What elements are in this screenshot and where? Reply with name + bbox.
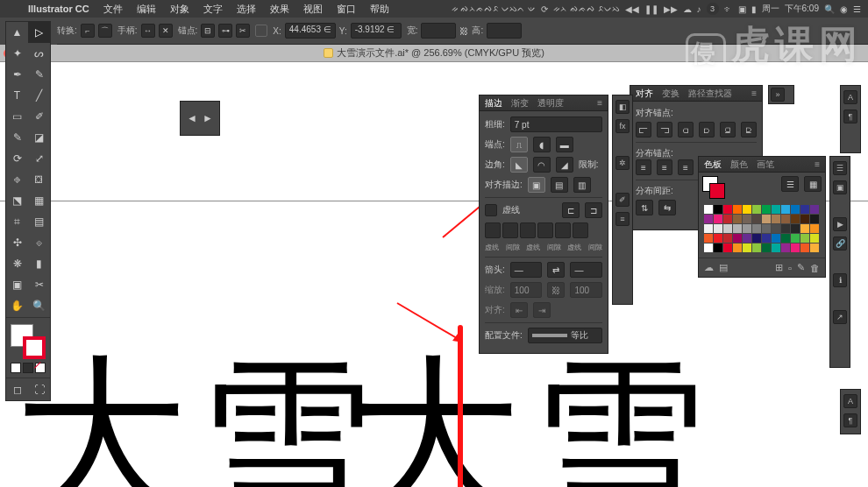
fill-stroke-indicator[interactable] xyxy=(11,324,46,359)
none-mode-icon[interactable] xyxy=(35,363,46,373)
scale-link-icon[interactable]: ⛓ xyxy=(547,282,565,298)
menu-effect[interactable]: 效果 xyxy=(263,3,296,16)
rotate-tool[interactable]: ⟳ xyxy=(6,148,28,169)
dash-align-icon[interactable]: ⊐ xyxy=(585,202,602,218)
app-name[interactable]: Illustrator CC xyxy=(21,4,96,14)
dock-ico-para2[interactable]: ¶ xyxy=(843,413,857,427)
type-tool[interactable]: T xyxy=(6,85,28,106)
swatch-list-icon[interactable]: ☰ xyxy=(781,176,799,192)
gap-1[interactable] xyxy=(502,222,518,238)
symbol-sprayer-tool[interactable]: ❋ xyxy=(6,253,28,274)
align-bottom-icon[interactable]: ⫒ xyxy=(741,122,757,138)
swatch-cell[interactable] xyxy=(800,205,809,214)
swatch-cell[interactable] xyxy=(714,205,722,214)
zoom-tool[interactable]: 🔍 xyxy=(28,295,50,316)
anchor-connect-icon[interactable]: ⊶ xyxy=(218,24,232,38)
dock-ico-collapse[interactable]: » xyxy=(771,88,785,102)
swatch-cell[interactable] xyxy=(752,224,761,233)
spacing-v-icon[interactable]: ⇅ xyxy=(636,200,653,215)
swatch-cell[interactable] xyxy=(762,224,771,233)
w-field[interactable] xyxy=(421,23,456,39)
swatch-cell[interactable] xyxy=(733,205,742,214)
tray-wifi-icon[interactable]: ᯤ xyxy=(724,4,733,14)
swatch-cell[interactable] xyxy=(723,215,732,223)
align-left-icon[interactable]: ⫍ xyxy=(636,122,651,138)
convert-smooth-icon[interactable]: ⌒ xyxy=(98,24,112,38)
line-tool[interactable]: ╱ xyxy=(28,85,50,106)
draw-normal-icon[interactable]: ◻ xyxy=(6,379,28,400)
weight-field[interactable]: 7 pt xyxy=(510,116,602,132)
swatch-cell[interactable] xyxy=(743,234,751,243)
tab-color[interactable]: 颜色 xyxy=(730,159,748,171)
tab-pathfinder[interactable]: 路径查找器 xyxy=(688,88,732,100)
magic-wand-tool[interactable]: ✦ xyxy=(6,43,28,64)
swatch-cell[interactable] xyxy=(781,205,790,214)
swatch-cell[interactable] xyxy=(810,215,819,223)
stroke-swatch[interactable] xyxy=(23,336,46,359)
align-center-icon[interactable]: ▣ xyxy=(528,177,545,193)
blend-tool[interactable]: ⟐ xyxy=(28,232,50,253)
dist-top-icon[interactable]: ≡ xyxy=(636,159,651,175)
h-field[interactable] xyxy=(487,23,522,39)
handle-show-icon[interactable]: ↔ xyxy=(141,24,155,38)
rectangle-tool[interactable]: ▭ xyxy=(6,106,28,127)
eyedropper-tool[interactable]: ✣ xyxy=(6,232,28,253)
pen-tool[interactable]: ✒ xyxy=(6,64,28,85)
swatch-cell[interactable] xyxy=(752,244,761,252)
handle-hide-icon[interactable]: ✕ xyxy=(159,24,173,38)
swatch-cell[interactable] xyxy=(704,224,713,233)
arrow-swap-icon[interactable]: ⇄ xyxy=(547,262,565,278)
slice-tool[interactable]: ✂ xyxy=(28,274,50,295)
align-top-icon[interactable]: ⫐ xyxy=(699,122,715,138)
swatch-cell[interactable] xyxy=(704,205,713,214)
selection-tool[interactable]: ▲ xyxy=(6,22,28,43)
swatch-cell[interactable] xyxy=(743,224,751,233)
swatch-cell[interactable] xyxy=(781,244,790,252)
menu-select[interactable]: 选择 xyxy=(230,3,263,16)
tab-stroke[interactable]: 描边 xyxy=(485,97,502,109)
align-hcenter-icon[interactable]: ⫎ xyxy=(657,122,672,138)
cap-proj-icon[interactable]: ▬ xyxy=(556,137,573,152)
screen-mode-icon[interactable]: ⛶ xyxy=(28,379,50,400)
dock-ico-char[interactable]: A xyxy=(843,90,857,104)
convert-corner-icon[interactable]: ⌐ xyxy=(81,24,95,38)
swatch-lib-icon[interactable]: ▤ xyxy=(719,262,728,273)
scale-start[interactable]: 100 xyxy=(510,282,543,298)
swatch-cell[interactable] xyxy=(781,215,790,223)
swatch-cell[interactable] xyxy=(733,215,742,223)
scale-end[interactable]: 100 xyxy=(570,282,602,298)
dock-ico-asset[interactable]: ↗ xyxy=(833,310,847,324)
dock-ico-stroke[interactable]: ≡ xyxy=(615,212,630,226)
dock-ico-layers[interactable]: ☰ xyxy=(833,161,847,175)
swatch-cell[interactable] xyxy=(704,234,713,243)
align-past-icon[interactable]: ⇥ xyxy=(533,302,551,318)
eraser-tool[interactable]: ◪ xyxy=(28,127,50,148)
gap-3[interactable] xyxy=(573,222,588,238)
swatch-cell[interactable] xyxy=(800,215,809,223)
dock-ico-graphic[interactable]: fx xyxy=(615,119,630,133)
swatch-cell[interactable] xyxy=(772,234,780,243)
swatch-cell[interactable] xyxy=(704,244,713,252)
mini-arrow-left-icon[interactable]: ◄ xyxy=(187,112,197,124)
tray-bell-icon[interactable]: ♪ xyxy=(697,4,701,14)
tab-opacity[interactable]: 透明度 xyxy=(537,97,564,109)
link-wh-icon[interactable]: ⛓ xyxy=(459,26,468,36)
align-outside-icon[interactable]: ▥ xyxy=(573,177,591,193)
swatch-cell[interactable] xyxy=(800,224,809,233)
dock-ico-char2[interactable]: A xyxy=(843,394,857,408)
menu-edit[interactable]: 编辑 xyxy=(130,3,163,16)
anchor-remove-icon[interactable]: ⊟ xyxy=(201,24,215,38)
swatch-grid-icon[interactable]: ▦ xyxy=(804,176,822,192)
menu-object[interactable]: 对象 xyxy=(163,3,196,16)
swatch-cell[interactable] xyxy=(762,215,771,223)
swatch-cell[interactable] xyxy=(791,224,800,233)
dock-ico-artboard[interactable]: ▣ xyxy=(833,180,847,194)
anchor-mini-panel[interactable]: ◄ ► xyxy=(180,101,220,136)
swatch-cell[interactable] xyxy=(772,224,780,233)
tab-align[interactable]: 对齐 xyxy=(636,88,653,100)
dash-2[interactable] xyxy=(520,222,536,238)
swatch-cell[interactable] xyxy=(791,215,800,223)
swatch-cell[interactable] xyxy=(791,244,800,252)
y-field[interactable]: -3.9192 ∈ xyxy=(351,23,402,39)
tray-menu-icon[interactable]: ☰ xyxy=(853,4,861,14)
